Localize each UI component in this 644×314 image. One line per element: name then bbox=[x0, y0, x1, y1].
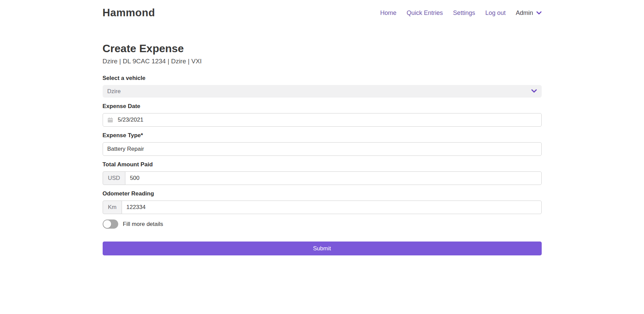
calendar-icon bbox=[107, 117, 113, 123]
fill-more-details-row: Fill more details bbox=[103, 219, 542, 229]
odometer-input[interactable] bbox=[122, 201, 542, 214]
toggle-knob bbox=[103, 220, 111, 228]
expense-type-label: Expense Type* bbox=[103, 132, 542, 139]
fill-more-details-toggle[interactable] bbox=[103, 219, 118, 229]
total-amount-label: Total Amount Paid bbox=[103, 161, 542, 168]
navbar: Hammond Home Quick Entries Settings Log … bbox=[0, 0, 644, 25]
chevron-down-icon bbox=[536, 9, 542, 17]
odometer-label: Odometer Reading bbox=[103, 190, 542, 197]
nav-item-settings[interactable]: Settings bbox=[453, 9, 475, 17]
expense-type-input[interactable] bbox=[103, 142, 542, 156]
page-subtitle: Dzire | DL 9CAC 1234 | Dzire | VXI bbox=[103, 58, 542, 65]
expense-date-input[interactable] bbox=[103, 113, 542, 127]
expense-date-label: Expense Date bbox=[103, 103, 542, 110]
submit-button[interactable]: Submit bbox=[103, 242, 542, 255]
brand-logo[interactable]: Hammond bbox=[103, 7, 155, 19]
total-amount-input[interactable] bbox=[125, 171, 541, 185]
nav-links: Home Quick Entries Settings Log out Admi… bbox=[380, 9, 541, 17]
distance-unit-addon: Km bbox=[103, 201, 122, 214]
currency-addon: USD bbox=[103, 171, 125, 185]
nav-item-quick-entries[interactable]: Quick Entries bbox=[407, 9, 443, 17]
nav-item-logout[interactable]: Log out bbox=[485, 9, 505, 17]
chevron-down-icon bbox=[531, 88, 537, 95]
create-expense-form: Select a vehicle Dzire Expense Date bbox=[103, 75, 542, 255]
vehicle-select-value: Dzire bbox=[107, 88, 121, 95]
vehicle-select[interactable]: Dzire bbox=[103, 85, 542, 98]
nav-user-menu[interactable]: Admin bbox=[516, 9, 541, 17]
vehicle-label: Select a vehicle bbox=[103, 75, 542, 82]
nav-user-label: Admin bbox=[516, 9, 533, 17]
fill-more-details-label: Fill more details bbox=[123, 221, 163, 228]
nav-item-home[interactable]: Home bbox=[380, 9, 396, 17]
page-title: Create Expense bbox=[103, 43, 542, 55]
